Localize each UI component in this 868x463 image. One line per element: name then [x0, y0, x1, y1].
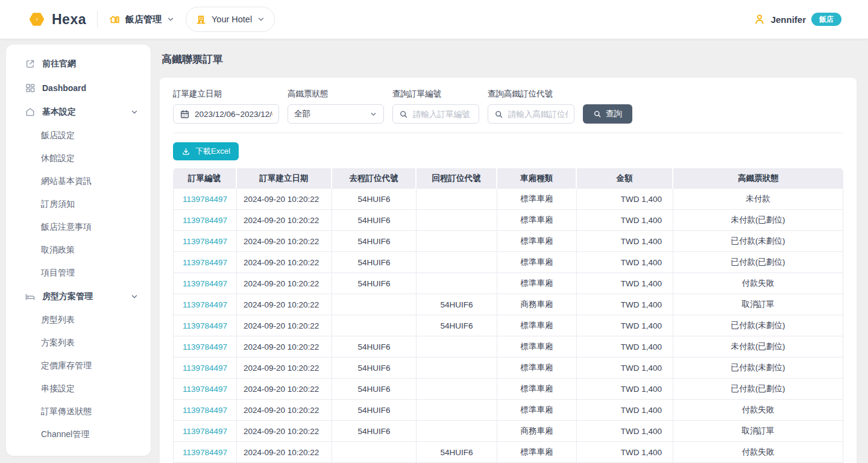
status-cell: 未付款(已劃位) — [673, 336, 843, 357]
table-cell: 54HUIF6 — [332, 400, 417, 421]
thsr-code-search[interactable] — [488, 104, 574, 124]
status-cell: 取消訂單 — [673, 294, 843, 315]
table-cell: TWD 1,400 — [577, 315, 673, 336]
search-button[interactable]: 查詢 — [583, 104, 632, 124]
sidebar-subitem[interactable]: 取消政策 — [6, 239, 151, 262]
sidebar-subitem[interactable]: 訂房須知 — [6, 193, 151, 216]
header-divider — [97, 11, 98, 28]
sidebar-subitem[interactable]: 訂單傳送狀態 — [6, 400, 151, 423]
order-no-search-input[interactable] — [413, 110, 473, 119]
status-cell: 已付款(已劃位) — [673, 379, 843, 400]
table-cell: 標準車廂 — [497, 252, 577, 273]
table-row: 11397844972024-09-20 10:20:2254HUIF6標準車廂… — [173, 252, 843, 273]
sidebar-subitem[interactable]: 定價庫存管理 — [6, 354, 151, 377]
table-cell: 1139784497 — [173, 273, 237, 294]
hotel-selector[interactable]: Your Hotel — [186, 7, 275, 32]
table-cell: 2024-09-20 10:20:22 — [237, 273, 332, 294]
sidebar-subitem[interactable]: 休館設定 — [6, 147, 151, 170]
user-menu[interactable]: Jennifer 飯店 — [753, 13, 841, 26]
table-cell: 2024-09-20 10:20:22 — [237, 231, 332, 252]
date-range-value[interactable] — [195, 110, 272, 119]
role-badge: 飯店 — [811, 13, 841, 26]
sidebar-item-room-plan-management[interactable]: 房型方案管理 — [6, 285, 151, 309]
sidebar-item-label: 基本設定 — [42, 107, 124, 118]
order-no-search[interactable] — [392, 104, 479, 124]
sidebar-item-official-site[interactable]: 前往官網 — [6, 52, 151, 76]
order-number-link[interactable]: 1139784497 — [183, 237, 227, 246]
table-cell: 1139784497 — [173, 210, 237, 231]
sidebar-item-basic-settings[interactable]: 基本設定 — [6, 100, 151, 124]
status-select[interactable]: 全部 — [288, 104, 384, 124]
table-cell: 2024-09-20 10:20:22 — [237, 379, 332, 400]
table-cell: 2024-09-20 10:20:22 — [237, 315, 332, 336]
sidebar-subitem[interactable]: 飯店注意事項 — [6, 216, 151, 239]
status-cell: 已付款(已劃位) — [673, 252, 843, 273]
column-header: 金額 — [577, 168, 673, 189]
hexa-logo-icon — [27, 9, 47, 30]
sidebar-subitem[interactable]: 串接設定 — [6, 377, 151, 400]
sidebar-subitem[interactable]: 房型列表 — [6, 309, 151, 332]
column-header: 高鐵票狀態 — [673, 168, 843, 189]
order-number-link[interactable]: 1139784497 — [183, 216, 227, 225]
order-number-link[interactable]: 1139784497 — [183, 258, 227, 267]
table-cell: 54HUIF6 — [332, 357, 417, 379]
order-number-link[interactable]: 1139784497 — [183, 342, 227, 351]
status-select-value: 全部 — [294, 109, 310, 119]
table-cell: 標準車廂 — [497, 189, 577, 210]
table-row: 11397844972024-09-20 10:20:2254HUIF6標準車廂… — [173, 189, 843, 210]
sidebar-subitem[interactable]: 飯店設定 — [6, 124, 151, 147]
download-excel-button[interactable]: 下載Excel — [173, 142, 239, 160]
table-cell: 標準車廂 — [497, 315, 577, 336]
table-cell — [417, 210, 497, 231]
table-cell: 標準車廂 — [497, 273, 577, 294]
filter-thsr-code: 查詢高鐵訂位代號 — [488, 89, 574, 124]
logo-text: Hexa — [52, 11, 86, 28]
sidebar-subitem[interactable]: 方案列表 — [6, 332, 151, 354]
user-name: Jennifer — [771, 14, 806, 25]
order-number-link[interactable]: 1139784497 — [183, 385, 227, 394]
sidebar-subitem[interactable]: 網站基本資訊 — [6, 170, 151, 193]
table-row: 11397844972024-09-20 10:20:2254HUIF6標準車廂… — [173, 336, 843, 357]
date-range-input[interactable] — [173, 104, 279, 124]
table-cell: 54HUIF6 — [417, 315, 497, 336]
table-cell: 1139784497 — [173, 315, 237, 336]
table-row: 11397844972024-09-20 10:20:2254HUIF6標準車廂… — [173, 400, 843, 421]
order-number-link[interactable]: 1139784497 — [183, 321, 227, 330]
sidebar-subitem[interactable]: 項目管理 — [6, 262, 151, 285]
sidebar-item-dashboard[interactable]: Dashboard — [6, 76, 151, 100]
table-cell — [417, 357, 497, 379]
table-cell: TWD 1,400 — [577, 231, 673, 252]
table-cell: 54HUIF6 — [332, 336, 417, 357]
order-number-link[interactable]: 1139784497 — [183, 195, 227, 204]
hexa-logo[interactable]: Hexa — [27, 9, 86, 30]
table-row: 11397844972024-09-20 10:20:2254HUIF6商務車廂… — [173, 421, 843, 442]
nav-hotel-management[interactable]: 飯店管理 — [108, 13, 175, 25]
filter-bar: 訂單建立日期 — [173, 89, 843, 124]
sidebar-item-label: 房型方案管理 — [42, 291, 124, 302]
table-cell: 54HUIF6 — [332, 210, 417, 231]
order-number-link[interactable]: 1139784497 — [183, 364, 227, 373]
status-cell: 取消訂單 — [673, 421, 843, 442]
table-cell: 54HUIF6 — [332, 273, 417, 294]
thsr-code-search-input[interactable] — [508, 110, 568, 119]
table-cell: 54HUIF6 — [332, 252, 417, 273]
table-cell — [332, 315, 417, 336]
table-cell: 2024-09-20 10:20:22 — [237, 357, 332, 379]
table-cell: 2024-09-20 10:20:22 — [237, 400, 332, 421]
nav-hotel-management-label: 飯店管理 — [125, 14, 162, 25]
column-header: 去程訂位代號 — [332, 168, 417, 189]
column-header: 訂單編號 — [173, 168, 237, 189]
order-number-link[interactable]: 1139784497 — [183, 406, 227, 415]
table-cell: 商務車廂 — [497, 421, 577, 442]
sidebar-subitem[interactable]: Channel管理 — [6, 423, 151, 446]
table-cell: 2024-09-20 10:20:22 — [237, 421, 332, 442]
order-number-link[interactable]: 1139784497 — [183, 300, 227, 309]
filter-divider — [173, 133, 843, 133]
order-number-link[interactable]: 1139784497 — [183, 448, 227, 457]
table-cell: TWD 1,400 — [577, 252, 673, 273]
main-content: 高鐵聯票訂單 訂單建立日期 — [160, 45, 857, 463]
order-number-link[interactable]: 1139784497 — [183, 427, 227, 436]
sidebar-item-label: 前往官網 — [42, 58, 139, 69]
order-number-link[interactable]: 1139784497 — [183, 279, 227, 288]
table-cell: 1139784497 — [173, 400, 237, 421]
